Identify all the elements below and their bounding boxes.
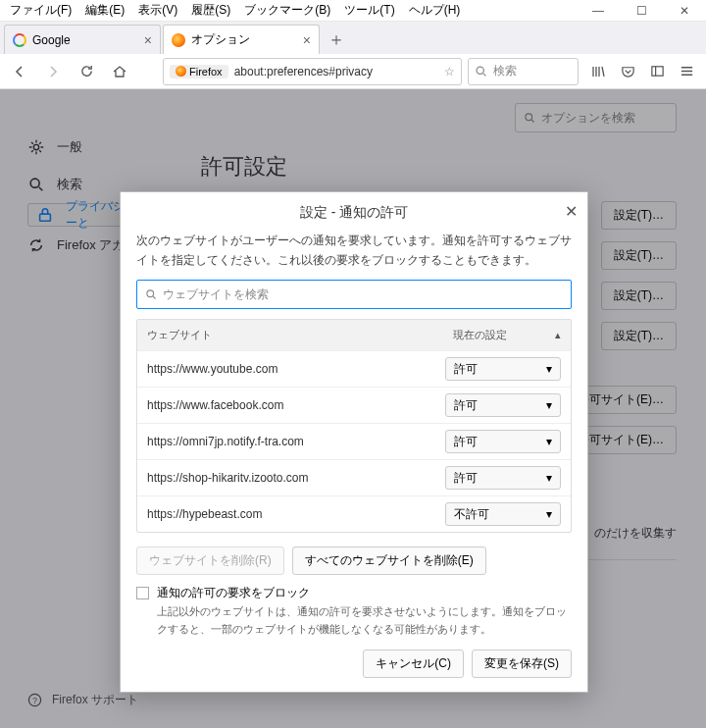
table-row[interactable]: https://hypebeast.com 不許可▾	[137, 495, 571, 532]
permission-select[interactable]: 許可▾	[445, 430, 561, 453]
site-url: https://www.youtube.com	[147, 362, 445, 376]
back-button[interactable]	[6, 58, 33, 85]
svg-point-8	[147, 290, 154, 297]
tab-close-icon[interactable]: ×	[303, 32, 311, 48]
sort-icon: ▴	[555, 329, 561, 341]
checkbox-box[interactable]	[136, 587, 149, 599]
maximize-button[interactable]: ☐	[620, 0, 663, 22]
menu-tools[interactable]: ツール(T)	[338, 0, 400, 21]
new-tab-button[interactable]: ＋	[322, 25, 351, 54]
pocket-icon[interactable]	[614, 58, 641, 85]
chevron-down-icon: ▾	[546, 435, 552, 448]
dialog-search-input[interactable]: ウェブサイトを検索	[136, 280, 572, 309]
chevron-down-icon: ▾	[546, 471, 552, 485]
bookmark-star-icon[interactable]: ☆	[444, 65, 455, 78]
menu-icon[interactable]	[673, 58, 700, 85]
site-url: https://hypebeast.com	[147, 507, 445, 521]
menu-view[interactable]: 表示(V)	[132, 0, 183, 21]
dialog-close-button[interactable]: ✕	[565, 202, 578, 221]
menu-history[interactable]: 履歴(S)	[185, 0, 236, 21]
table-row[interactable]: https://omni7jp.notify.f-tra.com 許可▾	[137, 423, 571, 459]
col-status[interactable]: 現在の設定▴	[443, 320, 571, 350]
site-url: https://www.facebook.com	[147, 398, 445, 412]
table-row[interactable]: https://shop-hikaritv.izooto.com 許可▾	[137, 459, 571, 495]
chevron-down-icon: ▾	[546, 507, 552, 521]
url-bar[interactable]: Firefox about:preferences#privacy ☆	[163, 58, 462, 85]
dialog-title-bar: 設定 - 通知の許可 ✕	[121, 192, 587, 232]
menu-bookmarks[interactable]: ブックマーク(B)	[238, 0, 336, 21]
permission-select[interactable]: 許可▾	[445, 393, 561, 417]
search-icon	[145, 288, 157, 300]
search-bar[interactable]: 検索	[468, 58, 579, 85]
minimize-button[interactable]: —	[577, 0, 620, 22]
dialog-title: 設定 - 通知の許可	[300, 204, 408, 220]
google-icon	[13, 33, 26, 47]
menu-help[interactable]: ヘルプ(H)	[403, 0, 467, 21]
chevron-down-icon: ▾	[546, 398, 552, 412]
tab-options[interactable]: オプション ×	[163, 25, 320, 54]
toolbar-icons	[584, 58, 700, 85]
tab-strip: Google × オプション × ＋	[0, 22, 706, 54]
tab-label: Google	[32, 33, 71, 47]
library-icon[interactable]	[584, 58, 612, 85]
window-controls: — ☐ ✕	[577, 0, 706, 22]
url-text: about:preferences#privacy	[234, 65, 438, 78]
search-icon	[475, 65, 487, 78]
permission-select[interactable]: 許可▾	[445, 466, 561, 490]
table-header: ウェブサイト 現在の設定▴	[137, 320, 571, 350]
save-button[interactable]: 変更を保存(S)	[472, 650, 572, 678]
tab-label: オプション	[191, 31, 250, 48]
table-row[interactable]: https://www.youtube.com 許可▾	[137, 350, 571, 387]
forward-button[interactable]	[39, 58, 67, 85]
search-placeholder: 検索	[493, 63, 517, 79]
cancel-button[interactable]: キャンセル(C)	[363, 650, 464, 678]
permissions-table: ウェブサイト 現在の設定▴ https://www.youtube.com 許可…	[136, 319, 572, 533]
site-url: https://shop-hikaritv.izooto.com	[147, 471, 445, 485]
permission-select[interactable]: 許可▾	[445, 357, 561, 381]
remove-site-button[interactable]: ウェブサイトを削除(R)	[136, 546, 284, 575]
nav-toolbar: Firefox about:preferences#privacy ☆ 検索	[0, 54, 706, 89]
menu-edit[interactable]: 編集(E)	[79, 0, 130, 21]
block-requests-checkbox[interactable]: 通知の許可の要求をブロック	[136, 585, 572, 601]
notification-permissions-dialog: 設定 - 通知の許可 ✕ 次のウェブサイトがユーザーへの通知を要求しています。通…	[120, 191, 588, 693]
firefox-icon	[172, 33, 185, 47]
tab-google[interactable]: Google ×	[4, 25, 161, 54]
dialog-description: 次のウェブサイトがユーザーへの通知を要求しています。通知を許可するウェブサイトを…	[136, 232, 572, 270]
site-url: https://omni7jp.notify.f-tra.com	[147, 435, 445, 448]
col-website[interactable]: ウェブサイト	[137, 320, 443, 350]
remove-all-sites-button[interactable]: すべてのウェブサイトを削除(E)	[292, 546, 486, 575]
block-requests-hint: 上記以外のウェブサイトは、通知の許可を要求させないようにします。通知をブロックす…	[157, 603, 572, 638]
tab-close-icon[interactable]: ×	[144, 32, 152, 48]
chevron-down-icon: ▾	[546, 362, 552, 376]
home-button[interactable]	[106, 58, 133, 85]
identity-tag: Firefox	[170, 65, 228, 78]
svg-rect-1	[651, 67, 662, 76]
close-button[interactable]: ✕	[663, 0, 706, 22]
table-row[interactable]: https://www.facebook.com 許可▾	[137, 387, 571, 423]
menu-file[interactable]: ファイル(F)	[4, 0, 77, 21]
permission-select[interactable]: 不許可▾	[445, 502, 561, 526]
svg-point-0	[477, 67, 483, 74]
sidebar-icon[interactable]	[643, 58, 671, 85]
reload-button[interactable]	[73, 58, 100, 85]
